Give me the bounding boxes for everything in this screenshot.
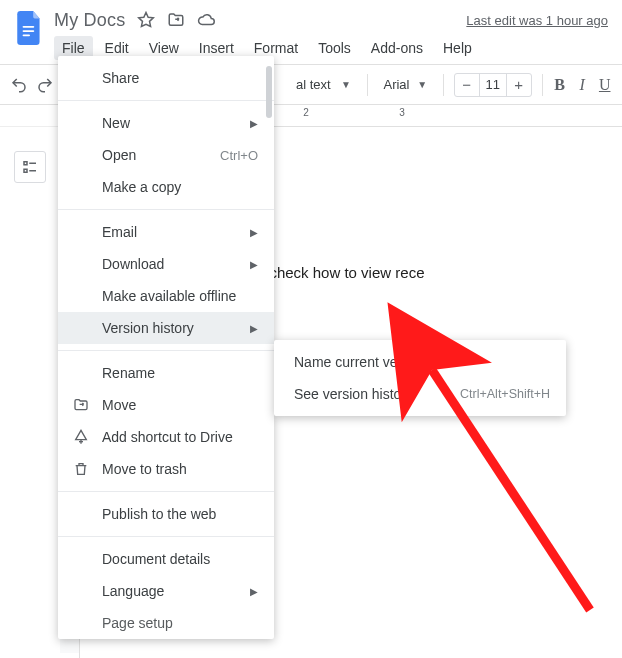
- svg-rect-0: [23, 26, 35, 28]
- menu-addons[interactable]: Add-ons: [363, 36, 431, 60]
- shortcut-label: Ctrl+Alt+Shift+H: [460, 387, 550, 401]
- file-menu-trash[interactable]: Move to trash: [58, 453, 274, 485]
- paragraph-style-select[interactable]: al text ▼: [290, 72, 357, 98]
- submenu-arrow-icon: ▶: [250, 227, 258, 238]
- ruler-label: 3: [399, 107, 405, 118]
- svg-rect-1: [23, 30, 35, 32]
- italic-button[interactable]: I: [575, 72, 590, 98]
- font-family-label: Arial: [383, 77, 409, 92]
- document-outline-button[interactable]: [14, 151, 46, 183]
- underline-button[interactable]: U: [597, 72, 612, 98]
- add-shortcut-icon: [72, 428, 90, 446]
- submenu-name-current-version[interactable]: Name current version: [274, 346, 566, 378]
- submenu-arrow-icon: ▶: [250, 586, 258, 597]
- file-menu-dropdown: Share New▶ OpenCtrl+O Make a copy Email▶…: [58, 56, 274, 639]
- undo-button[interactable]: [10, 72, 28, 98]
- last-edit-link[interactable]: Last edit was 1 hour ago: [466, 13, 610, 28]
- font-size-value[interactable]: 11: [479, 74, 507, 96]
- file-menu-share[interactable]: Share: [58, 62, 274, 94]
- submenu-arrow-icon: ▶: [250, 323, 258, 334]
- cloud-status-icon[interactable]: [197, 11, 215, 29]
- submenu-arrow-icon: ▶: [250, 259, 258, 270]
- chevron-down-icon: ▼: [417, 79, 427, 90]
- menu-help[interactable]: Help: [435, 36, 480, 60]
- font-family-select[interactable]: Arial ▼: [377, 72, 433, 98]
- redo-button[interactable]: [36, 72, 54, 98]
- file-menu-offline[interactable]: Make available offline: [58, 280, 274, 312]
- file-menu-make-a-copy[interactable]: Make a copy: [58, 171, 274, 203]
- file-menu-email[interactable]: Email▶: [58, 216, 274, 248]
- submenu-see-version-history[interactable]: See version history Ctrl+Alt+Shift+H: [274, 378, 566, 410]
- star-icon[interactable]: [137, 11, 155, 29]
- file-menu-rename[interactable]: Rename: [58, 357, 274, 389]
- file-menu-new[interactable]: New▶: [58, 107, 274, 139]
- font-size-increase-button[interactable]: +: [507, 74, 531, 96]
- docs-logo-icon[interactable]: [12, 6, 48, 50]
- chevron-down-icon: ▼: [341, 79, 351, 90]
- move-folder-icon[interactable]: [167, 11, 185, 29]
- submenu-arrow-icon: ▶: [250, 118, 258, 129]
- file-menu-download[interactable]: Download▶: [58, 248, 274, 280]
- paragraph-style-label: al text: [296, 77, 331, 92]
- file-menu-open[interactable]: OpenCtrl+O: [58, 139, 274, 171]
- version-history-submenu: Name current version See version history…: [274, 340, 566, 416]
- svg-rect-4: [24, 162, 27, 165]
- trash-icon: [72, 460, 90, 478]
- shortcut-label: Ctrl+O: [220, 148, 258, 163]
- file-menu-version-history[interactable]: Version history▶: [58, 312, 274, 344]
- document-title[interactable]: My Docs: [54, 10, 125, 31]
- file-menu-language[interactable]: Language▶: [58, 575, 274, 607]
- file-menu-publish[interactable]: Publish to the web: [58, 498, 274, 530]
- move-icon: [72, 396, 90, 414]
- file-menu-move[interactable]: Move: [58, 389, 274, 421]
- font-size-stepper[interactable]: − 11 +: [454, 73, 532, 97]
- app-header: My Docs Last edit was 1 hour ago File Ed…: [0, 0, 622, 62]
- file-menu-page-setup[interactable]: Page setup: [58, 607, 274, 639]
- menu-tools[interactable]: Tools: [310, 36, 359, 60]
- ruler-label: 2: [303, 107, 309, 118]
- font-size-decrease-button[interactable]: −: [455, 74, 479, 96]
- svg-rect-2: [23, 34, 30, 36]
- bold-button[interactable]: B: [552, 72, 567, 98]
- file-menu-document-details[interactable]: Document details: [58, 543, 274, 575]
- svg-rect-6: [24, 169, 27, 172]
- file-menu-add-shortcut[interactable]: Add shortcut to Drive: [58, 421, 274, 453]
